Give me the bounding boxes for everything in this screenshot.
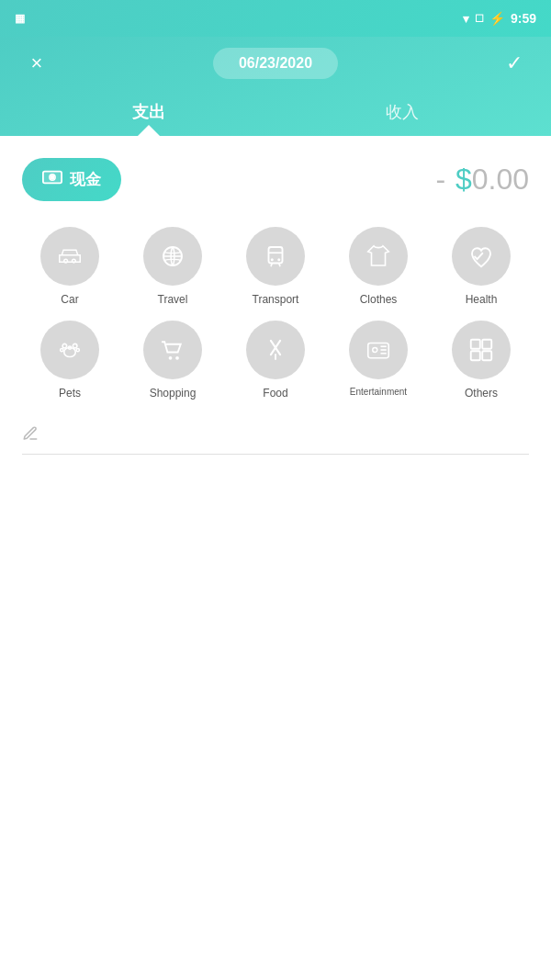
- category-pets[interactable]: Pets: [22, 321, 118, 400]
- category-clothes[interactable]: Clothes: [331, 227, 426, 306]
- transport-icon-circle: [246, 227, 305, 286]
- time-display: 9:59: [511, 11, 536, 26]
- svg-rect-2: [43, 172, 62, 184]
- travel-label: Travel: [158, 293, 188, 306]
- svg-point-17: [169, 356, 173, 360]
- category-grid: Car Travel: [22, 227, 529, 400]
- status-bar: ▦ ▾ ☐ ⚡ 9:59: [0, 0, 551, 37]
- cash-button[interactable]: 现金: [22, 158, 121, 201]
- category-food[interactable]: Food: [228, 321, 323, 400]
- header: × 06/23/2020 ✓ 支出 收入: [0, 37, 551, 136]
- tab-income[interactable]: 收入: [276, 94, 529, 136]
- car-label: Car: [61, 293, 78, 306]
- svg-rect-26: [471, 340, 480, 349]
- health-label: Health: [466, 293, 498, 306]
- date-button[interactable]: 06/23/2020: [213, 48, 338, 79]
- svg-point-8: [277, 258, 280, 261]
- tab-expense[interactable]: 支出: [22, 94, 276, 136]
- dollar-sign: $: [455, 163, 472, 196]
- cash-label: 现金: [70, 169, 101, 190]
- note-row: [22, 425, 529, 455]
- amount-display: - $0.00: [435, 163, 529, 197]
- main-content: 现金 - $0.00 Car Travel: [0, 136, 551, 455]
- svg-rect-29: [482, 351, 491, 360]
- svg-point-13: [73, 344, 77, 348]
- clothes-icon-circle: [349, 227, 408, 286]
- pets-icon-circle: [40, 321, 99, 379]
- category-transport[interactable]: Transport: [228, 227, 323, 306]
- confirm-button[interactable]: ✓: [500, 49, 529, 78]
- category-entertainment[interactable]: Entertainment: [331, 321, 426, 400]
- others-label: Others: [465, 387, 498, 400]
- svg-rect-28: [471, 351, 480, 360]
- status-right: ▾ ☐ ⚡ 9:59: [463, 11, 536, 26]
- minus-sign: -: [435, 163, 454, 196]
- food-label: Food: [263, 387, 287, 400]
- shopping-label: Shopping: [150, 387, 197, 400]
- svg-point-22: [373, 348, 377, 353]
- svg-rect-27: [482, 340, 491, 349]
- category-travel[interactable]: Travel: [125, 227, 220, 306]
- category-health[interactable]: Health: [433, 227, 529, 306]
- tab-bar: 支出 收入: [22, 94, 529, 136]
- close-button[interactable]: ×: [22, 49, 51, 78]
- food-icon-circle: [246, 321, 305, 379]
- category-others[interactable]: Others: [433, 321, 529, 400]
- svg-point-12: [62, 344, 67, 348]
- pencil-icon: [22, 425, 39, 446]
- svg-point-15: [76, 348, 79, 351]
- battery-icon: ⚡: [489, 11, 505, 26]
- cash-amount-row: 现金 - $0.00: [22, 158, 529, 201]
- svg-rect-5: [269, 247, 283, 264]
- entertainment-icon-circle: [349, 321, 408, 379]
- header-top: × 06/23/2020 ✓: [22, 48, 529, 79]
- status-left-icon: ▦: [15, 12, 26, 25]
- cash-icon: [42, 167, 62, 192]
- svg-point-14: [61, 348, 63, 351]
- category-car[interactable]: Car: [22, 227, 118, 306]
- car-icon-circle: [40, 227, 99, 286]
- clothes-label: Clothes: [360, 293, 398, 306]
- signal-icon: ☐: [475, 13, 484, 25]
- svg-point-18: [175, 356, 179, 360]
- pets-label: Pets: [59, 387, 81, 400]
- travel-icon-circle: [143, 227, 202, 286]
- svg-point-7: [271, 258, 274, 261]
- entertainment-label: Entertainment: [350, 387, 407, 397]
- shopping-icon-circle: [143, 321, 202, 379]
- transport-label: Transport: [253, 293, 299, 306]
- bottom-space: [0, 473, 551, 840]
- amount-value: 0.00: [472, 163, 529, 196]
- health-icon-circle: [452, 227, 511, 286]
- others-icon-circle: [452, 321, 511, 379]
- note-input[interactable]: [48, 428, 529, 444]
- wifi-icon: ▾: [463, 12, 469, 26]
- category-shopping[interactable]: Shopping: [125, 321, 220, 400]
